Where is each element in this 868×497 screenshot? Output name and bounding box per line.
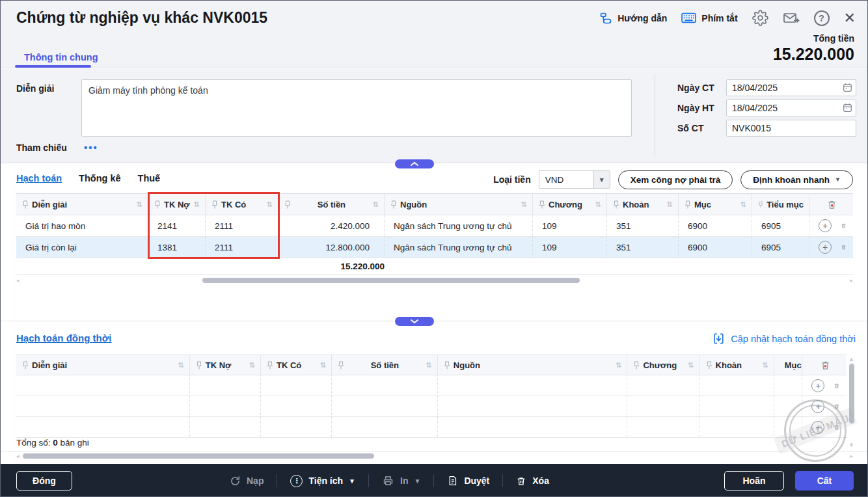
cell-dien-giai[interactable]: Giá trị hao mòn: [16, 215, 148, 236]
header-muc[interactable]: Mục: [774, 355, 803, 375]
header-tk-co[interactable]: TK Có ⇅: [206, 194, 278, 215]
tab-hach-toan[interactable]: Hạch toán: [16, 173, 62, 183]
cell-chuong[interactable]: 109: [533, 237, 607, 258]
delete-row-icon[interactable]: [834, 381, 840, 391]
cell-nguon[interactable]: [438, 417, 627, 437]
posting-date-input[interactable]: [726, 100, 856, 116]
cell-chuong[interactable]: [627, 417, 699, 437]
approve-button[interactable]: Duyệt: [447, 475, 489, 487]
sort-icon[interactable]: ⇅: [667, 200, 673, 209]
cell-tk-co[interactable]: [261, 396, 332, 416]
scroll-down-icon[interactable]: ▼: [848, 442, 854, 448]
cell-nguon[interactable]: Ngân sách Trung ương tự chủ: [385, 215, 533, 236]
tab-general-info[interactable]: Thông tin chung: [24, 52, 98, 62]
add-row-icon[interactable]: +: [811, 400, 824, 413]
cell-khoan[interactable]: 351: [607, 215, 679, 236]
delete-row-icon[interactable]: [841, 242, 847, 252]
delete-row-icon[interactable]: [841, 221, 847, 231]
cell-tieu-muc[interactable]: 6905: [752, 237, 809, 258]
sort-icon[interactable]: ⇅: [137, 200, 142, 209]
header-so-tien[interactable]: Số tiền ⇅: [332, 355, 438, 375]
empty-table-row[interactable]: +: [16, 375, 847, 396]
sort-icon[interactable]: ⇅: [373, 200, 379, 209]
cell-nguon[interactable]: [438, 375, 627, 396]
cell-dien-giai[interactable]: [16, 396, 190, 416]
header-tk-no[interactable]: TK Nợ ⇅: [148, 194, 206, 215]
collapse-simultaneous-button[interactable]: [395, 317, 434, 326]
cell-tk-no[interactable]: [190, 396, 261, 416]
save-button[interactable]: Cất: [795, 471, 854, 490]
guide-button[interactable]: Hướng dẫn: [599, 12, 667, 25]
scroll-right-icon[interactable]: ▸: [850, 453, 853, 459]
cell-tk-no[interactable]: 2141: [148, 215, 206, 236]
cell-chuong[interactable]: [627, 396, 699, 416]
calendar-icon[interactable]: [843, 83, 852, 95]
cell-dien-giai[interactable]: [16, 417, 190, 437]
header-dien-giai[interactable]: Diễn giải ⇅: [16, 355, 190, 375]
sort-icon[interactable]: ⇅: [595, 200, 601, 209]
cell-khoan[interactable]: [699, 417, 774, 437]
cell-dien-giai[interactable]: [16, 375, 190, 396]
add-row-icon[interactable]: +: [819, 241, 832, 254]
scrollbar-thumb[interactable]: [23, 453, 374, 459]
sort-icon[interactable]: ⇅: [320, 361, 326, 369]
header-khoan[interactable]: Khoản ⇅: [700, 355, 774, 375]
delete-all-icon[interactable]: [826, 199, 837, 210]
table-row[interactable]: Giá trị hao mòn 2141 2111 2.420.000 Ngân…: [16, 215, 853, 237]
add-row-icon[interactable]: +: [811, 379, 824, 392]
header-tk-no[interactable]: TK Nợ ⇅: [190, 355, 261, 375]
header-tieu-muc[interactable]: Tiểu mục: [752, 194, 809, 215]
utilities-button[interactable]: ⋮ Tiện ích ▼: [290, 475, 355, 487]
sort-icon[interactable]: ⇅: [688, 361, 694, 369]
print-button[interactable]: In ▼: [382, 475, 420, 487]
delete-row-icon[interactable]: [834, 422, 840, 433]
add-row-icon[interactable]: +: [819, 219, 832, 232]
shortcut-button[interactable]: Phím tắt: [681, 12, 737, 23]
cell-chuong[interactable]: 109: [533, 215, 607, 236]
cell-so-tien[interactable]: [332, 396, 438, 416]
delete-all-icon[interactable]: [820, 360, 831, 371]
simultaneous-posting-link[interactable]: Hạch toán đồng thời: [16, 332, 111, 343]
cell-tk-co[interactable]: [261, 417, 332, 437]
header-nguon[interactable]: Nguồn ⇅: [438, 355, 628, 375]
scrollbar-thumb[interactable]: [849, 364, 854, 423]
cell-tk-no[interactable]: 1381: [148, 237, 206, 258]
currency-select[interactable]: VND ▼: [539, 170, 610, 189]
cell-khoan[interactable]: [699, 375, 774, 396]
scroll-left-icon[interactable]: ◂: [16, 278, 20, 284]
sort-icon[interactable]: ⇅: [267, 200, 273, 209]
close-button[interactable]: Đóng: [16, 471, 72, 490]
cell-muc[interactable]: [774, 417, 803, 437]
reload-button[interactable]: Nạp: [230, 476, 264, 487]
sort-icon[interactable]: ⇅: [762, 361, 768, 369]
cell-muc[interactable]: [774, 375, 803, 396]
send-mail-icon[interactable]: [783, 10, 800, 26]
update-simultaneous-link[interactable]: Cập nhật hạch toán đồng thời: [712, 332, 856, 345]
cell-chuong[interactable]: [627, 375, 699, 396]
calendar-icon[interactable]: [843, 103, 852, 115]
header-chuong[interactable]: Chương ⇅: [627, 355, 699, 375]
cell-muc[interactable]: 6900: [679, 237, 752, 258]
cell-tk-co[interactable]: 2111: [206, 215, 278, 236]
collapse-form-button[interactable]: [395, 159, 434, 168]
table-row-selected[interactable]: Giá trị còn lại 1381 2111 12.800.000 Ngâ…: [16, 237, 853, 258]
sort-icon[interactable]: ⇅: [178, 361, 184, 369]
delete-button[interactable]: Xóa: [516, 476, 549, 487]
cell-tk-no[interactable]: [190, 417, 261, 437]
cell-khoan[interactable]: 351: [607, 237, 679, 258]
cell-tk-no[interactable]: [190, 375, 261, 396]
cell-tieu-muc[interactable]: 6905: [752, 215, 809, 236]
tab-thue[interactable]: Thuế: [138, 173, 161, 183]
sort-icon[interactable]: ⇅: [616, 361, 621, 369]
settings-gear-icon[interactable]: [752, 10, 768, 26]
sort-icon[interactable]: ⇅: [249, 361, 255, 369]
tab-thong-ke[interactable]: Thống kê: [79, 173, 120, 183]
sort-icon[interactable]: ⇅: [521, 200, 527, 209]
cell-so-tien[interactable]: 2.420.000: [278, 215, 385, 236]
quick-entry-button[interactable]: Định khoản nhanh ▼: [740, 170, 853, 189]
cell-muc[interactable]: [774, 396, 803, 416]
close-icon[interactable]: ✕: [844, 11, 856, 25]
horizontal-scrollbar[interactable]: ◂ ▸: [16, 276, 853, 284]
cell-nguon[interactable]: Ngân sách Trung ương tự chủ: [385, 237, 533, 258]
header-so-tien[interactable]: Số tiền ⇅: [278, 194, 385, 215]
